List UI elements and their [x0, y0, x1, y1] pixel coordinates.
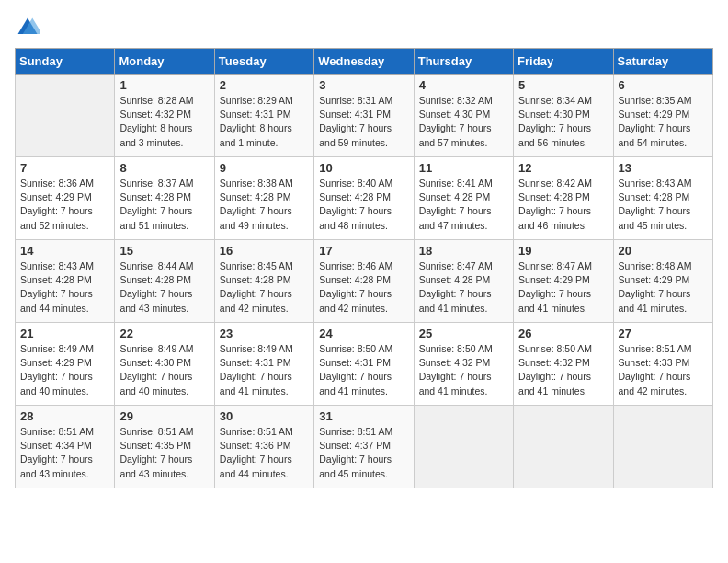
- calendar-cell: 20Sunrise: 8:48 AMSunset: 4:29 PMDayligh…: [613, 240, 712, 323]
- weekday-header-row: SundayMondayTuesdayWednesdayThursdayFrid…: [16, 49, 713, 75]
- day-number: 13: [619, 161, 708, 175]
- day-number: 25: [419, 327, 508, 340]
- day-number: 30: [220, 409, 309, 423]
- day-number: 22: [119, 327, 209, 340]
- day-info: Sunrise: 8:51 AMSunset: 4:33 PMDaylight:…: [619, 342, 708, 398]
- calendar-cell: 21Sunrise: 8:49 AMSunset: 4:29 PMDayligh…: [16, 323, 115, 406]
- day-number: 26: [518, 327, 608, 340]
- day-number: 8: [119, 161, 209, 175]
- calendar-cell: 28Sunrise: 8:51 AMSunset: 4:34 PMDayligh…: [16, 406, 115, 488]
- calendar-cell: 15Sunrise: 8:44 AMSunset: 4:28 PMDayligh…: [115, 240, 214, 323]
- week-row-5: 28Sunrise: 8:51 AMSunset: 4:34 PMDayligh…: [16, 406, 713, 488]
- day-number: 27: [619, 327, 708, 340]
- day-info: Sunrise: 8:49 AMSunset: 4:30 PMDaylight:…: [119, 342, 209, 398]
- calendar-cell: 18Sunrise: 8:47 AMSunset: 4:28 PMDayligh…: [414, 240, 513, 323]
- calendar-cell: 3Sunrise: 8:31 AMSunset: 4:31 PMDaylight…: [314, 75, 414, 157]
- week-row-2: 7Sunrise: 8:36 AMSunset: 4:29 PMDaylight…: [16, 157, 713, 240]
- day-number: 2: [220, 78, 309, 92]
- day-info: Sunrise: 8:35 AMSunset: 4:29 PMDaylight:…: [619, 94, 708, 150]
- day-number: 5: [518, 78, 608, 92]
- weekday-header-friday: Friday: [514, 49, 613, 75]
- day-number: 28: [20, 409, 109, 423]
- day-info: Sunrise: 8:37 AMSunset: 4:28 PMDaylight:…: [119, 177, 209, 233]
- calendar-cell: 17Sunrise: 8:46 AMSunset: 4:28 PMDayligh…: [314, 240, 414, 323]
- calendar-cell: 14Sunrise: 8:43 AMSunset: 4:28 PMDayligh…: [16, 240, 115, 323]
- day-number: 19: [518, 244, 608, 258]
- calendar-cell: [514, 406, 613, 488]
- day-number: 29: [119, 409, 209, 423]
- day-number: 24: [319, 327, 408, 340]
- day-info: Sunrise: 8:38 AMSunset: 4:28 PMDaylight:…: [220, 177, 309, 233]
- day-info: Sunrise: 8:40 AMSunset: 4:28 PMDaylight:…: [319, 177, 408, 233]
- day-info: Sunrise: 8:31 AMSunset: 4:31 PMDaylight:…: [319, 94, 408, 150]
- day-info: Sunrise: 8:50 AMSunset: 4:31 PMDaylight:…: [319, 342, 408, 398]
- logo-icon: [15, 15, 40, 40]
- calendar-cell: 1Sunrise: 8:28 AMSunset: 4:32 PMDaylight…: [115, 75, 214, 157]
- day-number: 3: [319, 78, 408, 92]
- page-header: [15, 15, 713, 40]
- day-info: Sunrise: 8:41 AMSunset: 4:28 PMDaylight:…: [419, 177, 508, 233]
- weekday-header-sunday: Sunday: [16, 49, 115, 75]
- calendar-cell: 29Sunrise: 8:51 AMSunset: 4:35 PMDayligh…: [115, 406, 214, 488]
- day-number: 7: [20, 161, 109, 175]
- weekday-header-thursday: Thursday: [414, 49, 513, 75]
- day-info: Sunrise: 8:51 AMSunset: 4:37 PMDaylight:…: [319, 425, 408, 481]
- day-info: Sunrise: 8:49 AMSunset: 4:29 PMDaylight:…: [20, 342, 109, 398]
- day-number: 20: [619, 244, 708, 258]
- calendar-cell: [613, 406, 712, 488]
- day-number: 1: [119, 78, 209, 92]
- day-info: Sunrise: 8:44 AMSunset: 4:28 PMDaylight:…: [119, 259, 209, 316]
- week-row-4: 21Sunrise: 8:49 AMSunset: 4:29 PMDayligh…: [16, 323, 713, 406]
- calendar-cell: 9Sunrise: 8:38 AMSunset: 4:28 PMDaylight…: [214, 157, 313, 240]
- day-info: Sunrise: 8:45 AMSunset: 4:28 PMDaylight:…: [220, 259, 309, 316]
- day-info: Sunrise: 8:50 AMSunset: 4:32 PMDaylight:…: [518, 342, 608, 398]
- day-info: Sunrise: 8:51 AMSunset: 4:36 PMDaylight:…: [220, 425, 309, 481]
- day-info: Sunrise: 8:29 AMSunset: 4:31 PMDaylight:…: [220, 94, 309, 150]
- calendar-cell: 12Sunrise: 8:42 AMSunset: 4:28 PMDayligh…: [514, 157, 613, 240]
- calendar-cell: 23Sunrise: 8:49 AMSunset: 4:31 PMDayligh…: [214, 323, 313, 406]
- day-number: 15: [119, 244, 209, 258]
- day-number: 17: [319, 244, 408, 258]
- calendar-cell: 19Sunrise: 8:47 AMSunset: 4:29 PMDayligh…: [514, 240, 613, 323]
- calendar-cell: 22Sunrise: 8:49 AMSunset: 4:30 PMDayligh…: [115, 323, 214, 406]
- day-info: Sunrise: 8:50 AMSunset: 4:32 PMDaylight:…: [419, 342, 508, 398]
- calendar-table: SundayMondayTuesdayWednesdayThursdayFrid…: [15, 48, 713, 488]
- weekday-header-tuesday: Tuesday: [214, 49, 313, 75]
- week-row-3: 14Sunrise: 8:43 AMSunset: 4:28 PMDayligh…: [16, 240, 713, 323]
- day-info: Sunrise: 8:51 AMSunset: 4:34 PMDaylight:…: [20, 425, 109, 481]
- calendar-cell: 16Sunrise: 8:45 AMSunset: 4:28 PMDayligh…: [214, 240, 313, 323]
- calendar-cell: [16, 75, 115, 157]
- day-number: 16: [220, 244, 309, 258]
- day-info: Sunrise: 8:43 AMSunset: 4:28 PMDaylight:…: [619, 177, 708, 233]
- day-info: Sunrise: 8:43 AMSunset: 4:28 PMDaylight:…: [20, 259, 109, 316]
- calendar-cell: 24Sunrise: 8:50 AMSunset: 4:31 PMDayligh…: [314, 323, 414, 406]
- weekday-header-wednesday: Wednesday: [314, 49, 414, 75]
- calendar-cell: 6Sunrise: 8:35 AMSunset: 4:29 PMDaylight…: [613, 75, 712, 157]
- calendar-cell: 2Sunrise: 8:29 AMSunset: 4:31 PMDaylight…: [214, 75, 313, 157]
- weekday-header-monday: Monday: [115, 49, 214, 75]
- day-number: 21: [20, 327, 109, 340]
- week-row-1: 1Sunrise: 8:28 AMSunset: 4:32 PMDaylight…: [16, 75, 713, 157]
- calendar-cell: 7Sunrise: 8:36 AMSunset: 4:29 PMDaylight…: [16, 157, 115, 240]
- day-number: 18: [419, 244, 508, 258]
- day-number: 9: [220, 161, 309, 175]
- calendar-cell: 4Sunrise: 8:32 AMSunset: 4:30 PMDaylight…: [414, 75, 513, 157]
- calendar-cell: 25Sunrise: 8:50 AMSunset: 4:32 PMDayligh…: [414, 323, 513, 406]
- calendar-cell: 10Sunrise: 8:40 AMSunset: 4:28 PMDayligh…: [314, 157, 414, 240]
- calendar-cell: 5Sunrise: 8:34 AMSunset: 4:30 PMDaylight…: [514, 75, 613, 157]
- day-info: Sunrise: 8:48 AMSunset: 4:29 PMDaylight:…: [619, 259, 708, 316]
- day-info: Sunrise: 8:34 AMSunset: 4:30 PMDaylight:…: [518, 94, 608, 150]
- calendar-cell: [414, 406, 513, 488]
- day-number: 12: [518, 161, 608, 175]
- day-info: Sunrise: 8:28 AMSunset: 4:32 PMDaylight:…: [119, 94, 209, 150]
- day-number: 10: [319, 161, 408, 175]
- day-number: 14: [20, 244, 109, 258]
- day-info: Sunrise: 8:32 AMSunset: 4:30 PMDaylight:…: [419, 94, 508, 150]
- calendar-cell: 27Sunrise: 8:51 AMSunset: 4:33 PMDayligh…: [613, 323, 712, 406]
- calendar-cell: 30Sunrise: 8:51 AMSunset: 4:36 PMDayligh…: [214, 406, 313, 488]
- calendar-cell: 13Sunrise: 8:43 AMSunset: 4:28 PMDayligh…: [613, 157, 712, 240]
- day-info: Sunrise: 8:49 AMSunset: 4:31 PMDaylight:…: [220, 342, 309, 398]
- calendar-cell: 11Sunrise: 8:41 AMSunset: 4:28 PMDayligh…: [414, 157, 513, 240]
- day-info: Sunrise: 8:51 AMSunset: 4:35 PMDaylight:…: [119, 425, 209, 481]
- day-number: 11: [419, 161, 508, 175]
